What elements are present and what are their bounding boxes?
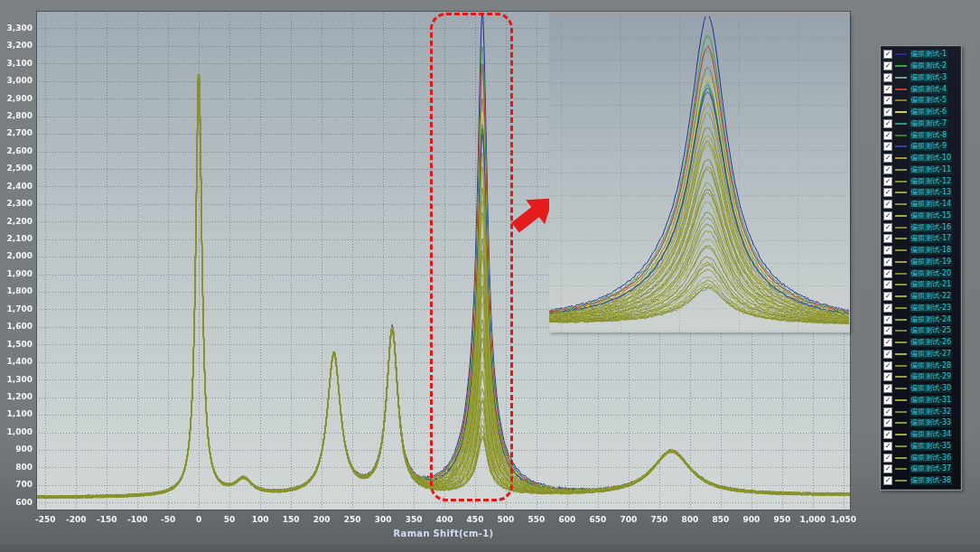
legend-color-swatch <box>895 434 907 435</box>
legend-item-label: 偏振测试-29 <box>910 372 952 381</box>
legend-color-swatch <box>895 376 907 378</box>
legend-item[interactable]: ✓偏振测试-11 <box>881 164 961 176</box>
legend-item-label: 偏振测试-32 <box>910 407 952 416</box>
legend-item-label: 偏振测试-36 <box>910 454 952 463</box>
legend-color-swatch <box>895 65 907 67</box>
legend-item-label: 偏振测试-12 <box>910 177 952 186</box>
legend-item[interactable]: ✓偏振测试-35 <box>881 441 961 453</box>
legend-item[interactable]: ✓偏振测试-18 <box>881 245 961 257</box>
legend-checkbox[interactable]: ✓ <box>883 61 892 70</box>
legend-checkbox[interactable]: ✓ <box>883 396 892 405</box>
legend-item-label: 偏振测试-37 <box>910 464 952 473</box>
legend-checkbox[interactable]: ✓ <box>883 142 892 151</box>
legend-checkbox[interactable]: ✓ <box>883 85 892 94</box>
legend-color-swatch <box>895 353 907 355</box>
legend-item[interactable]: ✓偏振测试-20 <box>881 267 961 279</box>
legend-checkbox[interactable]: ✓ <box>883 350 892 359</box>
legend-item[interactable]: ✓偏振测试-27 <box>881 349 961 360</box>
legend-item[interactable]: ✓偏振测试-6 <box>881 107 961 118</box>
legend-checkbox[interactable]: ✓ <box>883 165 892 174</box>
legend-item[interactable]: ✓偏振测试-1 <box>881 49 961 61</box>
legend-checkbox[interactable]: ✓ <box>883 280 892 289</box>
legend-checkbox[interactable]: ✓ <box>883 154 892 163</box>
legend-item[interactable]: ✓偏振测试-33 <box>881 417 961 429</box>
legend-item[interactable]: ✓偏振测试-5 <box>881 95 961 107</box>
legend-item[interactable]: ✓偏振测试-21 <box>881 279 961 291</box>
legend-item[interactable]: ✓偏振测试-4 <box>881 83 961 95</box>
legend-checkbox[interactable]: ✓ <box>883 407 892 416</box>
legend-item[interactable]: ✓偏振测试-2 <box>881 61 961 72</box>
legend-checkbox[interactable]: ✓ <box>883 464 892 473</box>
legend-checkbox[interactable]: ✓ <box>883 108 892 117</box>
legend-item[interactable]: ✓偏振测试-7 <box>881 118 961 130</box>
legend-checkbox[interactable]: ✓ <box>883 119 892 128</box>
legend-checkbox[interactable]: ✓ <box>883 73 892 82</box>
legend-item[interactable]: ✓偏振测试-31 <box>881 395 961 407</box>
legend-item[interactable]: ✓偏振测试-22 <box>881 291 961 303</box>
legend-item[interactable]: ✓偏振测试-38 <box>881 475 961 487</box>
legend-checkbox[interactable]: ✓ <box>883 442 892 451</box>
legend-item[interactable]: ✓偏振测试-23 <box>881 303 961 314</box>
legend-item[interactable]: ✓偏振测试-32 <box>881 406 961 417</box>
legend-checkbox[interactable]: ✓ <box>883 223 892 232</box>
legend-color-swatch <box>895 111 907 113</box>
legend-item[interactable]: ✓偏振测试-9 <box>881 141 961 153</box>
legend-checkbox[interactable]: ✓ <box>883 269 892 278</box>
legend-checkbox[interactable]: ✓ <box>883 96 892 105</box>
legend-item[interactable]: ✓偏振测试-10 <box>881 153 961 164</box>
legend-checkbox[interactable]: ✓ <box>883 384 892 393</box>
legend-item-label: 偏振测试-13 <box>910 188 952 197</box>
legend-item[interactable]: ✓偏振测试-25 <box>881 325 961 337</box>
legend-item-label: 偏振测试-11 <box>910 165 952 174</box>
legend-item[interactable]: ✓偏振测试-34 <box>881 429 961 441</box>
legend-item-label: 偏振测试-33 <box>910 418 952 427</box>
legend-item[interactable]: ✓偏振测试-12 <box>881 175 961 187</box>
legend-item[interactable]: ✓偏振测试-14 <box>881 199 961 211</box>
legend-item-label: 偏振测试-4 <box>910 85 947 94</box>
legend-checkbox[interactable]: ✓ <box>883 50 892 59</box>
legend-checkbox[interactable]: ✓ <box>883 430 892 439</box>
legend-item[interactable]: ✓偏振测试-36 <box>881 452 961 463</box>
legend-checkbox[interactable]: ✓ <box>883 234 892 243</box>
legend-item[interactable]: ✓偏振测试-30 <box>881 383 961 395</box>
legend-item-label: 偏振测试-19 <box>910 257 952 267</box>
legend-checkbox[interactable]: ✓ <box>883 211 892 220</box>
legend-checkbox[interactable]: ✓ <box>883 372 892 381</box>
legend-item[interactable]: ✓偏振测试-3 <box>881 72 961 84</box>
legend-item[interactable]: ✓偏振测试-29 <box>881 371 961 383</box>
legend-item[interactable]: ✓偏振测试-16 <box>881 221 961 233</box>
legend-checkbox[interactable]: ✓ <box>883 200 892 209</box>
legend-item[interactable]: ✓偏振测试-13 <box>881 187 961 199</box>
legend-checkbox[interactable]: ✓ <box>883 361 892 370</box>
legend-item[interactable]: ✓偏振测试-37 <box>881 463 961 475</box>
legend-checkbox[interactable]: ✓ <box>883 292 892 301</box>
legend-item[interactable]: ✓偏振测试-15 <box>881 211 961 222</box>
legend-color-swatch <box>895 89 907 90</box>
legend-color-swatch <box>895 284 907 285</box>
legend-checkbox[interactable]: ✓ <box>883 257 892 267</box>
legend-checkbox[interactable]: ✓ <box>883 315 892 324</box>
legend-checkbox[interactable]: ✓ <box>883 131 892 140</box>
legend-item[interactable]: ✓偏振测试-26 <box>881 337 961 349</box>
legend-item[interactable]: ✓偏振测试-8 <box>881 129 961 141</box>
legend-item-label: 偏振测试-30 <box>910 384 952 393</box>
legend-checkbox[interactable]: ✓ <box>883 177 892 186</box>
legend-item-label: 偏振测试-14 <box>910 200 952 209</box>
legend-checkbox[interactable]: ✓ <box>883 476 892 485</box>
legend-checkbox[interactable]: ✓ <box>883 188 892 197</box>
legend-checkbox[interactable]: ✓ <box>883 418 892 427</box>
legend-color-swatch <box>895 388 907 389</box>
legend-color-swatch <box>895 330 907 332</box>
legend-item[interactable]: ✓偏振测试-28 <box>881 360 961 371</box>
legend-checkbox[interactable]: ✓ <box>883 338 892 347</box>
legend-checkbox[interactable]: ✓ <box>883 246 892 255</box>
legend-checkbox[interactable]: ✓ <box>883 304 892 313</box>
legend-item[interactable]: ✓偏振测试-24 <box>881 313 961 325</box>
legend-color-swatch <box>895 77 907 79</box>
legend-color-swatch <box>895 249 907 251</box>
legend-checkbox[interactable]: ✓ <box>883 326 892 335</box>
legend-color-swatch <box>895 123 907 125</box>
legend-checkbox[interactable]: ✓ <box>883 454 892 463</box>
legend-item[interactable]: ✓偏振测试-19 <box>881 257 961 268</box>
legend-item[interactable]: ✓偏振测试-17 <box>881 233 961 245</box>
